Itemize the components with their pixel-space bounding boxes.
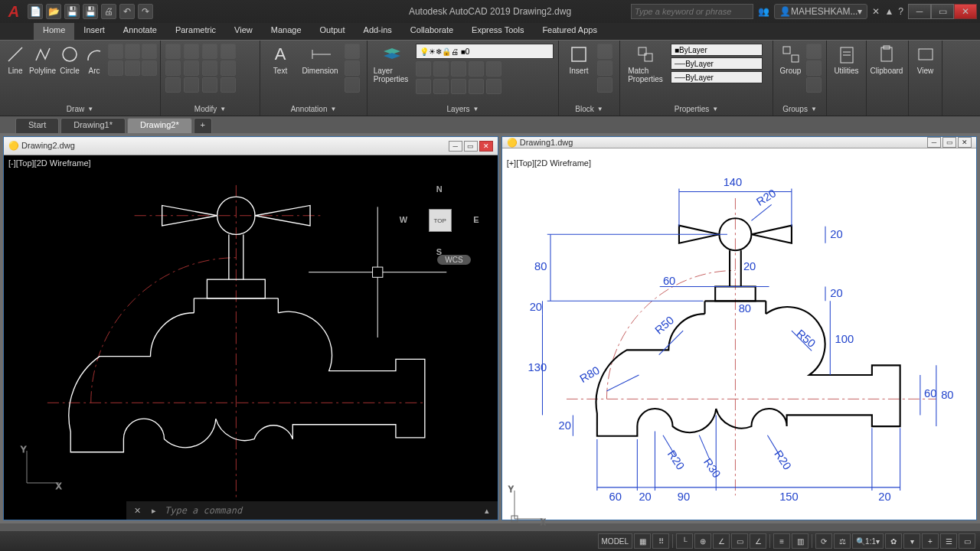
layer-current-combo[interactable]: 💡☀❄🔒🖨 ■ 0 xyxy=(416,44,554,59)
tool-group-edit-icon[interactable] xyxy=(806,60,822,76)
user-menu[interactable]: 👤 MAHESHKAM... ▾ xyxy=(774,4,867,19)
status-scale[interactable]: 🔍 1:1 ▾ xyxy=(852,533,884,549)
tool-create-block-icon[interactable] xyxy=(597,44,612,59)
tool-dimension[interactable]: Dimension xyxy=(299,44,341,75)
tool-edit-block-icon[interactable] xyxy=(597,60,612,76)
status-ortho-icon[interactable]: └ xyxy=(676,533,693,549)
status-annoscale-icon[interactable]: ⚖ xyxy=(834,533,851,549)
doc-close-icon[interactable]: ✕ xyxy=(479,141,493,152)
tool-fillet-icon[interactable] xyxy=(202,60,217,76)
linetype-combo[interactable]: ── ByLayer xyxy=(671,71,763,83)
tool-trim-icon[interactable] xyxy=(202,44,217,59)
doc-min-icon[interactable]: ─ xyxy=(449,141,462,152)
status-workspace-icon[interactable]: ▾ xyxy=(903,533,920,549)
layer-lock-icon[interactable] xyxy=(451,61,466,77)
tool-mirror-icon[interactable] xyxy=(184,60,199,76)
wcs-badge[interactable]: WCS xyxy=(437,255,470,265)
canvas-right[interactable]: 140 R20 20 80 20 60 20 20 80 R50 R50 100… xyxy=(502,148,976,537)
status-lineweight-icon[interactable]: ≡ xyxy=(773,533,790,549)
status-cycling-icon[interactable]: ⟳ xyxy=(815,533,832,549)
tool-rotate-icon[interactable] xyxy=(184,44,199,59)
status-monitor-icon[interactable]: + xyxy=(922,533,939,549)
help-icon[interactable]: ? xyxy=(898,6,903,17)
tool-array-icon[interactable] xyxy=(202,77,217,93)
tool-rect-icon[interactable] xyxy=(108,44,123,59)
tab-home[interactable]: Home xyxy=(34,23,74,40)
tool-offset-icon[interactable] xyxy=(220,77,236,93)
saveas-icon[interactable]: 💾 xyxy=(83,4,98,19)
doc2-min-icon[interactable]: ─ xyxy=(927,137,941,148)
exchange-icon[interactable]: ✕ xyxy=(872,6,880,17)
app-logo[interactable]: A xyxy=(5,2,23,21)
tool-layer-properties[interactable]: Layer Properties xyxy=(372,44,410,83)
doc2-close-icon[interactable]: ✕ xyxy=(958,137,972,148)
tool-group[interactable]: Group xyxy=(778,44,803,75)
tool-match-properties[interactable]: Match Properties xyxy=(625,44,666,83)
status-snap-icon[interactable]: ⠿ xyxy=(652,533,669,549)
cmd-close-icon[interactable]: ✕ xyxy=(131,504,143,517)
layer-freeze-icon[interactable] xyxy=(433,61,449,77)
new-icon[interactable]: 📄 xyxy=(28,4,43,19)
cmd-history-icon[interactable]: ▸ xyxy=(148,504,160,517)
tab-expresstools[interactable]: Express Tools xyxy=(462,23,533,40)
filetab-add[interactable]: + xyxy=(194,118,212,133)
maximize-button[interactable]: ▭ xyxy=(931,4,954,19)
status-transparency-icon[interactable]: ▥ xyxy=(792,533,808,549)
app-icon[interactable]: ▲ xyxy=(884,6,893,17)
doc-max-icon[interactable]: ▭ xyxy=(464,141,478,152)
filetab-start[interactable]: Start xyxy=(15,118,59,133)
tab-manage[interactable]: Manage xyxy=(262,23,311,40)
lineweight-combo[interactable]: ── ByLayer xyxy=(671,57,763,70)
layer-iso-icon[interactable] xyxy=(416,61,431,77)
status-polar-icon[interactable]: ⊕ xyxy=(694,533,711,549)
tab-insert[interactable]: Insert xyxy=(74,23,114,40)
tool-circle[interactable]: Circle xyxy=(59,44,80,75)
layer-off-icon[interactable] xyxy=(469,61,484,77)
tool-scale-icon[interactable] xyxy=(184,77,199,93)
tool-polyline[interactable]: Polyline xyxy=(29,44,56,75)
tool-spline-icon[interactable] xyxy=(125,44,140,59)
tool-insert[interactable]: Insert xyxy=(564,44,594,75)
view-cube[interactable]: N S W E TOP xyxy=(406,186,475,255)
tool-clipboard[interactable]: Clipboard xyxy=(871,44,902,75)
status-customize-icon[interactable]: ☰ xyxy=(940,533,957,549)
tool-explode-icon[interactable] xyxy=(220,60,236,76)
tool-arc[interactable]: Arc xyxy=(83,44,105,75)
canvas-left[interactable]: N S W E TOP WCS YX ✕ ▸ ▴ xyxy=(4,155,498,520)
tab-addins[interactable]: Add-ins xyxy=(354,23,401,40)
tool-ungroup-icon[interactable] xyxy=(806,44,822,59)
tool-leader-icon[interactable] xyxy=(345,44,360,59)
status-model[interactable]: MODEL xyxy=(598,533,633,549)
tab-parametric[interactable]: Parametric xyxy=(166,23,225,40)
tool-point-icon[interactable] xyxy=(125,60,140,76)
tool-hatch-icon[interactable] xyxy=(108,60,123,76)
tool-stretch-icon[interactable] xyxy=(165,77,181,93)
filetab-drawing1[interactable]: Drawing1* xyxy=(60,118,126,133)
tool-copy-icon[interactable] xyxy=(165,60,181,76)
layer-match-icon[interactable] xyxy=(486,61,501,77)
signin-icon[interactable]: 👥 xyxy=(758,6,769,17)
tool-group-select-icon[interactable] xyxy=(806,77,822,93)
tool-mtext-icon[interactable] xyxy=(345,77,360,93)
close-button[interactable]: ✕ xyxy=(954,4,977,19)
cmd-expand-icon[interactable]: ▴ xyxy=(481,504,493,517)
plot-icon[interactable]: 🖨 xyxy=(101,4,116,19)
layer-walk-icon[interactable] xyxy=(433,79,449,94)
tool-utilities[interactable]: Utilities xyxy=(831,44,861,75)
color-combo[interactable]: ■ ByLayer xyxy=(671,44,763,56)
layer-merge-icon[interactable] xyxy=(486,79,501,94)
save-icon[interactable]: 💾 xyxy=(64,4,80,19)
tab-collaborate[interactable]: Collaborate xyxy=(401,23,462,40)
tab-annotate[interactable]: Annotate xyxy=(114,23,166,40)
tool-view[interactable]: View xyxy=(913,44,937,75)
help-search-input[interactable] xyxy=(631,4,753,19)
command-input[interactable] xyxy=(165,505,476,516)
layer-change-icon[interactable] xyxy=(469,79,484,94)
tool-ellipse-icon[interactable] xyxy=(142,44,157,59)
cube-top[interactable]: TOP xyxy=(429,209,452,232)
tool-erase-icon[interactable] xyxy=(220,44,236,59)
tool-attr-icon[interactable] xyxy=(597,77,612,93)
tool-table-icon[interactable] xyxy=(345,60,360,76)
tool-move-icon[interactable] xyxy=(165,44,181,59)
doc2-max-icon[interactable]: ▭ xyxy=(942,137,956,148)
